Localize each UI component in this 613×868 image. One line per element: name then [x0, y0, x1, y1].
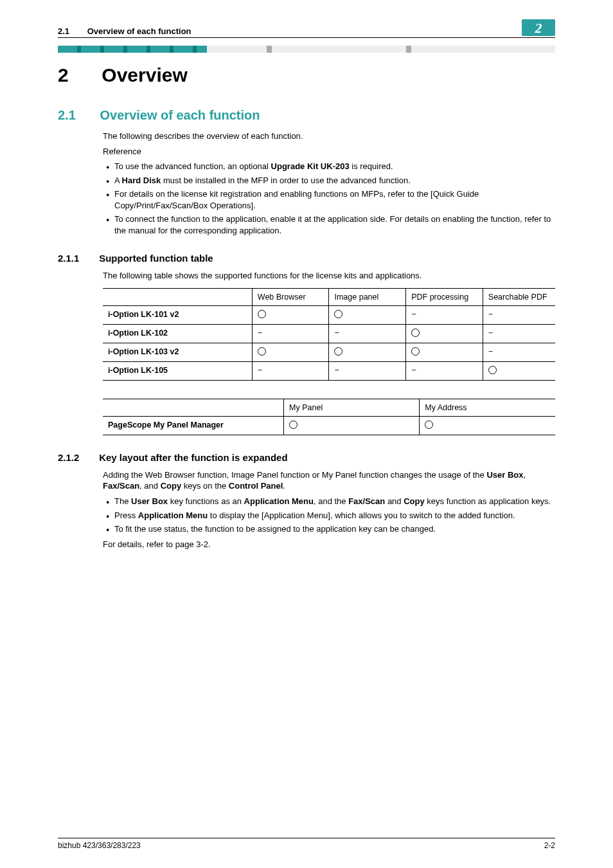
circle-icon — [334, 310, 342, 318]
cell: − — [329, 361, 406, 380]
row-label: PageScope My Panel Manager — [103, 416, 284, 435]
th-blank — [103, 288, 252, 305]
th: My Address — [420, 399, 555, 416]
cell: − — [406, 361, 483, 380]
list-item: To fit the use status, the function to b… — [114, 523, 555, 535]
chapter-badge: 2 — [522, 19, 555, 36]
subsection-number: 2.1.1 — [58, 253, 96, 264]
cell: − — [252, 361, 329, 380]
circle-icon — [289, 420, 298, 429]
subsection-outro: For details, refer to page 3-2. — [103, 539, 555, 550]
table-header-row: Web Browser Image panel PDF processing S… — [103, 288, 555, 305]
list-item: To connect the function to the applicati… — [114, 213, 555, 236]
reference-list: To use the advanced function, an optiona… — [114, 161, 555, 236]
th-blank — [103, 399, 284, 416]
th: Web Browser — [252, 288, 329, 305]
circle-icon — [425, 420, 433, 429]
cell — [252, 305, 329, 324]
table-row: PageScope My Panel Manager — [103, 416, 555, 435]
row-label: i-Option LK-103 v2 — [103, 343, 252, 361]
table-header-row: My Panel My Address — [103, 399, 555, 416]
cell — [420, 416, 555, 435]
list-item: The User Box key functions as an Applica… — [114, 496, 555, 507]
list-item: To use the advanced function, an optiona… — [114, 161, 555, 172]
page-footer: bizhub 423/363/283/223 2-2 — [58, 838, 555, 850]
running-head: 2.1 Overview of each function — [58, 26, 191, 36]
section-title: Overview of each function — [100, 108, 260, 122]
circle-icon — [488, 366, 497, 374]
row-label: i-Option LK-101 v2 — [103, 305, 252, 324]
row-label: i-Option LK-105 — [103, 361, 252, 380]
section-intro: The following describes the overview of … — [103, 131, 555, 142]
subsection-title: Supported function table — [99, 253, 213, 264]
cell — [406, 343, 483, 361]
subsection-title: Key layout after the function is expande… — [99, 452, 287, 463]
cell — [252, 343, 329, 361]
subsection-heading: 2.1.1 Supported function table — [58, 253, 555, 264]
cell: − — [329, 324, 406, 343]
table-row: i-Option LK-105−−− — [103, 361, 555, 380]
table-row: i-Option LK-101 v2−− — [103, 305, 555, 324]
cell: − — [252, 324, 329, 343]
table-row: i-Option LK-102−−− — [103, 324, 555, 343]
th: PDF processing — [406, 288, 483, 305]
th: Searchable PDF — [483, 288, 555, 305]
cell — [483, 361, 555, 380]
table-row: i-Option LK-103 v2− — [103, 343, 555, 361]
reference-label: Reference — [103, 146, 555, 158]
support-table-1: Web Browser Image panel PDF processing S… — [103, 288, 555, 381]
cell: − — [406, 305, 483, 324]
footer-left: bizhub 423/363/283/223 — [58, 841, 141, 850]
list-item: A Hard Disk must be installed in the MFP… — [114, 175, 555, 186]
row-label: i-Option LK-102 — [103, 324, 252, 343]
support-table-2: My Panel My Address PageScope My Panel M… — [103, 399, 555, 435]
cell — [329, 343, 406, 361]
chapter-number: 2 — [58, 64, 96, 86]
footer-right: 2-2 — [544, 841, 555, 850]
subsection-intro: The following table shows the supported … — [103, 270, 555, 282]
running-head-title: Overview of each function — [87, 26, 191, 36]
decorative-bar — [58, 46, 555, 53]
circle-icon — [334, 347, 342, 356]
chapter-heading: 2 Overview — [58, 64, 555, 86]
page-header: 2.1 Overview of each function 2 — [58, 19, 555, 38]
subsection-list: The User Box key functions as an Applica… — [114, 496, 555, 535]
cell — [329, 305, 406, 324]
circle-icon — [411, 347, 420, 356]
section-heading: 2.1 Overview of each function — [58, 108, 555, 123]
cell: − — [483, 343, 555, 361]
chapter-title: Overview — [102, 64, 187, 86]
subsection-intro: Adding the Web Browser function, Image P… — [103, 469, 555, 492]
list-item: For details on the license kit registrat… — [114, 188, 555, 211]
cell — [406, 324, 483, 343]
circle-icon — [258, 310, 266, 318]
list-item: Press Application Menu to display the [A… — [114, 510, 555, 521]
subsection-number: 2.1.2 — [58, 452, 96, 463]
running-head-num: 2.1 — [58, 26, 69, 36]
subsection-heading: 2.1.2 Key layout after the function is e… — [58, 452, 555, 463]
circle-icon — [411, 329, 420, 337]
section-number: 2.1 — [58, 108, 96, 123]
cell: − — [483, 324, 555, 343]
th: Image panel — [329, 288, 406, 305]
circle-icon — [258, 347, 266, 356]
cell: − — [483, 305, 555, 324]
th: My Panel — [284, 399, 420, 416]
cell — [284, 416, 420, 435]
